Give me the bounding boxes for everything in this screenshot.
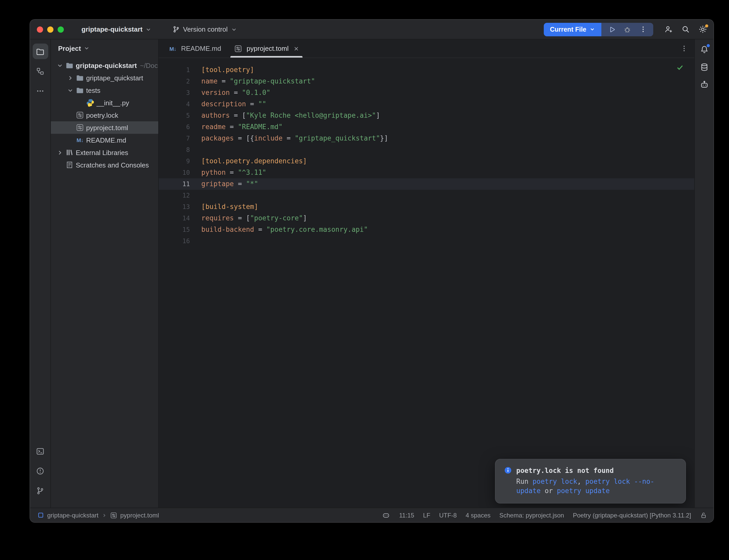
project-glyph-icon	[37, 512, 44, 519]
tree-item-readme-md[interactable]: M↓README.md	[51, 134, 158, 146]
code-text: readme = "README.md"	[201, 121, 282, 133]
run-widget: Current File	[544, 23, 653, 36]
caret-position[interactable]: 11:15	[399, 512, 414, 519]
line-number: 8	[159, 144, 195, 156]
terminal-icon	[36, 447, 45, 456]
code-with-me-icon[interactable]	[664, 25, 673, 34]
project-tree: griptape-quickstart~/Documegriptape_quic…	[51, 57, 158, 171]
git-branch-icon	[36, 486, 45, 495]
run-button[interactable]	[607, 25, 616, 34]
project-panel-title: Project	[58, 44, 81, 52]
tree-item-label: External Libraries	[76, 149, 128, 156]
tree-item-label: Scratches and Consoles	[76, 161, 149, 169]
branch-icon	[172, 25, 180, 33]
code-line[interactable]: 1[tool.poetry]	[159, 64, 694, 76]
line-number: 9	[159, 156, 195, 167]
code-line[interactable]: 2name = "griptape-quickstart"	[159, 76, 694, 87]
library-icon	[64, 148, 75, 157]
markdown-icon: M↓	[168, 45, 177, 52]
encoding[interactable]: UTF-8	[439, 512, 457, 519]
poetry-update-link[interactable]: poetry update	[557, 487, 610, 495]
structure-tool-button[interactable]	[32, 63, 48, 79]
debug-button[interactable]	[623, 25, 632, 34]
code-line[interactable]: 8	[159, 144, 694, 156]
chevron-down-icon[interactable]	[65, 87, 75, 94]
tree-item-pyproject-toml[interactable]: pyproject.toml	[51, 121, 158, 134]
code-line[interactable]: 7packages = [{include = "griptape_quicks…	[159, 133, 694, 144]
chevron-right-icon[interactable]	[65, 74, 75, 81]
tab-pyproject-toml[interactable]: pyproject.toml	[227, 39, 306, 58]
left-tool-stripe	[30, 39, 51, 508]
unlock-icon[interactable]	[700, 512, 707, 519]
notifications-bell-icon[interactable]	[699, 45, 709, 54]
close-icon[interactable]	[293, 45, 299, 52]
chevron-down-icon	[83, 45, 90, 51]
code-line[interactable]: 14requires = ["poetry-core"]	[159, 213, 694, 224]
code-line[interactable]: 3version = "0.1.0"	[159, 87, 694, 99]
search-icon[interactable]	[681, 25, 690, 34]
indent-style[interactable]: 4 spaces	[466, 512, 491, 519]
tab-readme-md[interactable]: M↓README.md	[162, 39, 227, 58]
code-line[interactable]: 5authors = ["Kyle Roche <hello@griptape.…	[159, 110, 694, 121]
minimize-window-button[interactable]	[47, 26, 53, 32]
run-configuration-selector[interactable]: Current File	[544, 23, 601, 36]
structure-icon	[36, 67, 45, 75]
copilot-icon[interactable]	[382, 511, 390, 519]
zoom-window-button[interactable]	[58, 26, 64, 32]
line-ending[interactable]: LF	[423, 512, 431, 519]
project-tool-button[interactable]	[32, 44, 48, 59]
code-line[interactable]: 15build-backend = "poetry.core.masonry.a…	[159, 224, 694, 235]
ai-assistant-icon[interactable]	[699, 80, 709, 89]
problems-tool-button[interactable]	[32, 463, 48, 479]
chevron-down-icon[interactable]	[55, 62, 64, 69]
more-run-options-button[interactable]	[638, 25, 648, 34]
code-line[interactable]: 9[tool.poetry.dependencies]	[159, 156, 694, 167]
code-line[interactable]: 11griptape = "*"	[159, 178, 694, 190]
tree-item-poetry-lock[interactable]: poetry.lock	[51, 109, 158, 121]
info-icon	[504, 466, 512, 474]
tree-item-external-libraries[interactable]: External Libraries	[51, 146, 158, 159]
tab-options-kebab-icon[interactable]	[680, 45, 688, 52]
title-bar-icons	[664, 25, 707, 34]
code-text: packages = [{include = "griptape_quickst…	[201, 133, 388, 144]
notification-text: Run	[516, 478, 533, 485]
breadcrumb-project[interactable]: griptape-quickstart	[47, 512, 98, 519]
chevron-right-icon[interactable]	[55, 149, 64, 156]
close-window-button[interactable]	[37, 26, 43, 32]
more-tool-windows-button[interactable]	[32, 83, 48, 99]
editor-tab-bar: M↓README.mdpyproject.toml	[159, 39, 694, 58]
code-line[interactable]: 13[build-system]	[159, 201, 694, 213]
code-line[interactable]: 4description = ""	[159, 99, 694, 110]
tab-label: README.md	[181, 45, 221, 52]
editor[interactable]: 1[tool.poetry]2name = "griptape-quicksta…	[159, 58, 694, 508]
git-tool-button[interactable]	[32, 483, 48, 498]
database-icon[interactable]	[699, 62, 709, 72]
tree-item-init-py[interactable]: __init__.py	[51, 96, 158, 109]
code-line[interactable]: 10python = "^3.11"	[159, 167, 694, 178]
inspection-ok-check-icon[interactable]	[676, 63, 684, 71]
project-widget[interactable]: griptape-quickstart	[81, 25, 151, 33]
terminal-tool-button[interactable]	[32, 443, 48, 459]
project-panel-header[interactable]: Project	[51, 39, 158, 57]
traffic-lights	[37, 26, 64, 32]
code-line[interactable]: 16	[159, 235, 694, 247]
line-number: 14	[159, 213, 195, 224]
schema-selector[interactable]: Schema: pyproject.json	[500, 512, 564, 519]
tab-label: pyproject.toml	[247, 45, 289, 52]
poetry-lock-link[interactable]: poetry lock	[533, 478, 577, 485]
tree-item-griptape-quickstart[interactable]: griptape-quickstart~/Docume	[51, 59, 158, 72]
code-line[interactable]: 12	[159, 190, 694, 201]
vcs-widget[interactable]: Version control	[172, 25, 237, 33]
desktop: griptape-quickstart Version control Curr…	[0, 0, 729, 560]
code-line[interactable]: 6readme = "README.md"	[159, 121, 694, 133]
code-text: description = ""	[201, 99, 266, 110]
tree-item-scratches-and-consoles[interactable]: Scratches and Consoles	[51, 159, 158, 171]
settings-gear-icon[interactable]	[698, 25, 707, 34]
line-number: 2	[159, 76, 195, 87]
tree-item-griptape-quickstart[interactable]: griptape_quickstart	[51, 72, 158, 84]
breadcrumb-file[interactable]: pyproject.toml	[120, 512, 159, 519]
line-number: 12	[159, 190, 195, 201]
line-number: 7	[159, 133, 195, 144]
tree-item-tests[interactable]: tests	[51, 84, 158, 96]
interpreter-selector[interactable]: Poetry (griptape-quickstart) [Python 3.1…	[573, 512, 691, 519]
